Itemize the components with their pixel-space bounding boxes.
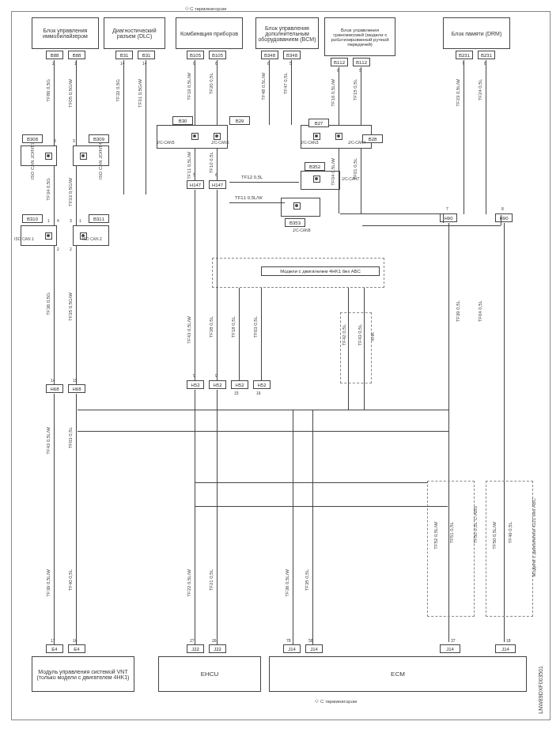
box-ecm: ECM bbox=[269, 656, 527, 692]
box-vnt: Модуль управления системой VNT (только м… bbox=[32, 656, 134, 692]
conn-b348-1: B348 bbox=[261, 51, 278, 59]
conn-j14-3: J14 bbox=[440, 644, 460, 653]
conn-b105-1: B105 bbox=[187, 51, 204, 59]
conn-b88-1: B88 bbox=[46, 51, 63, 59]
conn-e4-2: E4 bbox=[68, 644, 85, 653]
box-transmission: Блок управления трансмиссией (модели с р… bbox=[324, 17, 395, 56]
box-bcm: Блок управления дополнительным оборудова… bbox=[255, 17, 319, 49]
iso-can-joint3 bbox=[21, 145, 57, 166]
conn-b31-2: B31 bbox=[138, 51, 155, 59]
box-cluster: Комбинация приборов bbox=[176, 17, 243, 49]
conn-b31-1: B31 bbox=[115, 51, 133, 59]
conn-b231-2: B231 bbox=[478, 51, 495, 59]
dashed-4hk-small bbox=[340, 312, 372, 383]
conn-j22-2: J22 bbox=[209, 644, 226, 653]
conn-j14-4: J14 bbox=[495, 644, 516, 653]
iso-can2 bbox=[73, 225, 109, 246]
box-ehcu: EHCU bbox=[158, 656, 261, 692]
conn-h52-1: H52 bbox=[187, 380, 204, 389]
jc-can8 bbox=[281, 198, 320, 217]
conn-b231-1: B231 bbox=[456, 51, 473, 59]
conn-h90-2: H90 bbox=[495, 213, 513, 222]
conn-b105-2: B105 bbox=[209, 51, 226, 59]
conn-j14-2: J14 bbox=[305, 644, 323, 653]
conn-b112-2: B112 bbox=[353, 58, 370, 66]
conn-h68-2: H68 bbox=[68, 384, 85, 393]
conn-b112-1: B112 bbox=[331, 58, 348, 66]
conn-h147-2: H147 bbox=[209, 180, 226, 189]
conn-h52-3: H52 bbox=[231, 380, 248, 389]
iso-can-joint4 bbox=[73, 145, 109, 166]
conn-j14-1: J14 bbox=[283, 644, 301, 653]
label-terminator-top: С терминатором bbox=[190, 6, 226, 11]
conn-e4-1: E4 bbox=[46, 644, 63, 653]
conn-h52-4: H52 bbox=[253, 380, 271, 389]
label-terminator-bottom: С терминатором bbox=[320, 699, 357, 704]
doc-id: LNW89DXF003501 bbox=[538, 666, 543, 714]
conn-h68-1: H68 bbox=[46, 384, 63, 393]
conn-b88-2: B88 bbox=[68, 51, 85, 59]
conn-h147-1: H147 bbox=[187, 180, 204, 189]
iso-can1 bbox=[21, 225, 57, 246]
box-drm: Блок памяти (DRM) bbox=[443, 17, 510, 49]
box-dlc: Диагностический разъем (DLC) bbox=[104, 17, 165, 49]
conn-h52-2: H52 bbox=[209, 380, 226, 389]
conn-j22-1: J22 bbox=[187, 644, 204, 653]
conn-b348-2: B348 bbox=[283, 51, 301, 59]
box-immobilizer: Блок управления иммобилайзером bbox=[32, 17, 99, 49]
